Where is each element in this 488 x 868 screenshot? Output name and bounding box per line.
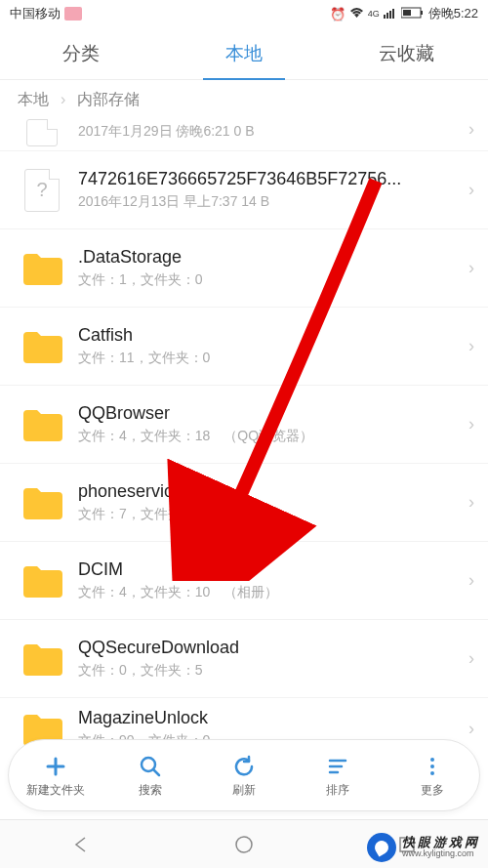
item-title: Catfish (78, 325, 463, 346)
item-meta: 文件：4，文件夹：10 （相册） (78, 584, 463, 601)
list-item[interactable]: 2017年1月29日 傍晚6:21 0 B › (0, 119, 488, 151)
list-item[interactable]: QQBrowser 文件：4，文件夹：18 （QQ浏览器） › (0, 386, 488, 464)
item-meta: 文件：11，文件夹：0 (78, 350, 463, 367)
folder-icon (21, 252, 62, 285)
item-title: 7472616E736665725F73646B5F72756... (78, 169, 463, 189)
chevron-right-icon: › (463, 119, 474, 140)
item-meta: 文件：0，文件夹：5 (78, 662, 463, 680)
status-bar: 中国移动 ⏰ 4G 傍晚5:22 (0, 0, 488, 27)
item-title: QQSecureDownload (78, 638, 463, 658)
folder-icon (21, 486, 62, 519)
svg-rect-5 (421, 11, 423, 15)
folder-icon (21, 564, 62, 598)
tab-cloud[interactable]: 云收藏 (325, 27, 488, 79)
file-unknown-icon: ? (24, 169, 60, 212)
chevron-right-icon: › (463, 492, 474, 513)
chevron-right-icon: › (463, 180, 474, 200)
refresh-icon (232, 753, 256, 780)
svg-rect-6 (403, 10, 411, 16)
top-tabs: 分类 本地 云收藏 (0, 27, 488, 80)
new-folder-button[interactable]: 新建文件夹 (9, 740, 102, 810)
list-item[interactable]: QQSecureDownload 文件：0，文件夹：5 › (0, 620, 488, 698)
file-list: 2017年1月29日 傍晚6:21 0 B › ? 7472616E736665… (0, 119, 488, 750)
item-title: QQBrowser (78, 403, 463, 424)
alarm-icon: ⏰ (330, 7, 346, 21)
search-icon (139, 753, 162, 780)
chevron-right-icon: › (463, 414, 474, 434)
more-icon (421, 753, 444, 780)
signal-4g: 4G (368, 9, 380, 19)
svg-point-11 (236, 837, 252, 852)
wifi-icon (349, 7, 364, 21)
item-title: MagazineUnlock (78, 708, 463, 728)
watermark-logo-icon (367, 833, 396, 862)
file-icon (26, 119, 58, 146)
refresh-button[interactable]: 刷新 (197, 740, 291, 810)
svg-rect-1 (386, 13, 388, 19)
list-item[interactable]: Catfish 文件：11，文件夹：0 › (0, 308, 488, 386)
watermark: 快眼游戏网 www.kyligting.com (367, 833, 480, 862)
item-meta: 文件：4，文件夹：18 （QQ浏览器） (78, 428, 463, 445)
list-item[interactable]: phoneservice 文件：7，文件夹：0 › (0, 464, 488, 542)
list-item-dcim[interactable]: DCIM 文件：4，文件夹：10 （相册） › (0, 542, 488, 620)
chevron-right-icon: › (463, 258, 474, 278)
chevron-right-icon: › (463, 570, 474, 591)
item-meta: 2016年12月13日 早上7:37 14 B (78, 193, 463, 211)
item-meta: 文件：1，文件夹：0 (78, 271, 463, 289)
chevron-right-icon: › (463, 336, 474, 356)
chevron-right-icon: › (61, 91, 65, 108)
svg-rect-3 (392, 9, 394, 19)
svg-point-10 (430, 771, 434, 775)
item-meta: 2017年1月29日 傍晚6:21 0 B (78, 123, 463, 141)
tab-local[interactable]: 本地 (163, 27, 326, 79)
sort-button[interactable]: 排序 (291, 740, 385, 810)
chevron-right-icon: › (463, 719, 474, 739)
time: 傍晚5:22 (428, 5, 478, 22)
plus-icon (44, 753, 67, 780)
folder-icon (21, 642, 62, 676)
list-item[interactable]: ? 7472616E736665725F73646B5F72756... 201… (0, 151, 488, 229)
item-title: DCIM (78, 559, 463, 580)
item-title: .DataStorage (78, 247, 463, 268)
folder-icon (21, 330, 62, 363)
carrier: 中国移动 (10, 5, 61, 22)
battery-icon (401, 7, 425, 21)
more-button[interactable]: 更多 (386, 740, 479, 810)
chevron-right-icon: › (463, 648, 474, 669)
svg-rect-2 (389, 11, 391, 19)
svg-rect-0 (384, 15, 386, 19)
list-item[interactable]: .DataStorage 文件：1，文件夹：0 › (0, 229, 488, 308)
sort-icon (326, 753, 349, 780)
item-meta: 文件：7，文件夹：0 (78, 506, 463, 523)
tab-category[interactable]: 分类 (0, 27, 163, 79)
signal-bars-icon (384, 7, 397, 21)
breadcrumb[interactable]: 本地 › 内部存储 (0, 80, 488, 119)
folder-icon (21, 408, 62, 441)
search-button[interactable]: 搜索 (102, 740, 196, 810)
svg-point-8 (430, 758, 434, 762)
item-title: phoneservice (78, 481, 463, 502)
app-icon (64, 7, 82, 21)
back-button[interactable] (68, 832, 94, 857)
breadcrumb-root[interactable]: 本地 (18, 90, 49, 110)
svg-point-9 (430, 765, 434, 768)
home-button[interactable] (231, 832, 257, 857)
bottom-toolbar: 新建文件夹 搜索 刷新 排序 更多 (8, 739, 480, 811)
breadcrumb-path[interactable]: 内部存储 (77, 90, 140, 110)
